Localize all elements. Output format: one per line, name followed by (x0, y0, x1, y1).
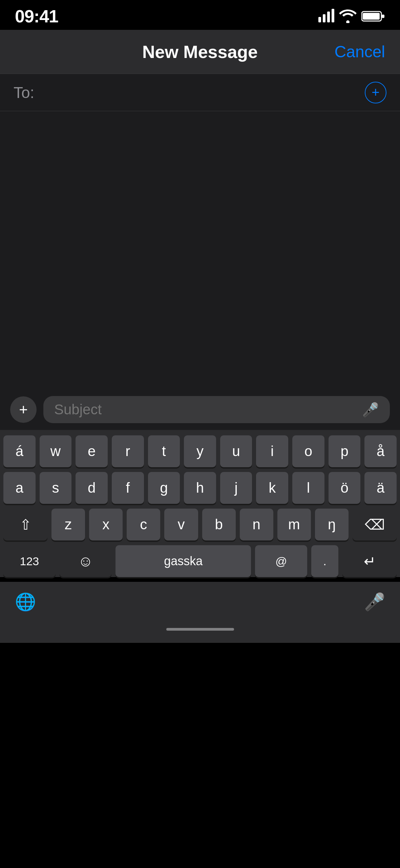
keyboard-row-1: á w e r t y u i o p å (3, 435, 397, 467)
nav-bar: New Message Cancel (0, 30, 400, 74)
key-i[interactable]: i (256, 435, 288, 467)
key-y[interactable]: y (184, 435, 216, 467)
key-o[interactable]: o (292, 435, 324, 467)
emoji-key[interactable]: ☺ (60, 545, 112, 577)
backspace-key[interactable]: ⌫ (353, 509, 397, 540)
nav-title: New Message (142, 42, 258, 62)
wifi-icon (339, 9, 357, 23)
to-input[interactable] (40, 83, 365, 102)
key-o-umlaut[interactable]: ö (329, 472, 361, 504)
key-b[interactable]: b (202, 509, 236, 540)
key-e[interactable]: e (76, 435, 108, 467)
cancel-button[interactable]: Cancel (335, 42, 385, 61)
home-bar (166, 628, 234, 631)
mic-icon[interactable]: 🎤 (362, 402, 379, 418)
keyboard-row-3: ⇧ z x c v b n m ŋ ⌫ (3, 509, 397, 540)
compose-plus-button[interactable]: + (10, 396, 37, 423)
key-w[interactable]: w (40, 435, 72, 467)
key-f[interactable]: f (112, 472, 144, 504)
key-p[interactable]: p (329, 435, 361, 467)
battery-icon (361, 10, 385, 22)
key-u[interactable]: u (220, 435, 252, 467)
svg-rect-1 (363, 13, 380, 20)
status-bar: 09:41 (0, 0, 400, 30)
status-time: 09:41 (15, 6, 58, 26)
key-a-acute[interactable]: á (3, 435, 36, 467)
subject-input[interactable] (54, 401, 362, 418)
period-key[interactable]: . (311, 545, 338, 577)
keyboard: á w e r t y u i o p å a s d f g h j k l … (0, 430, 400, 577)
key-v[interactable]: v (164, 509, 198, 540)
shift-key[interactable]: ⇧ (3, 509, 47, 540)
space-key[interactable]: gasska (115, 545, 251, 577)
key-a-ring[interactable]: å (364, 435, 397, 467)
add-recipient-button[interactable]: + (365, 82, 386, 103)
key-c[interactable]: c (127, 509, 160, 540)
to-field-row: To: + (0, 74, 400, 111)
key-s[interactable]: s (40, 472, 72, 504)
to-label: To: (14, 83, 34, 102)
key-d[interactable]: d (76, 472, 108, 504)
key-m[interactable]: m (277, 509, 311, 540)
keyboard-row-4: 123 ☺ gasska @ . ↵ (3, 545, 397, 577)
keyboard-row-2: a s d f g h j k l ö ä (3, 472, 397, 504)
key-g[interactable]: g (148, 472, 180, 504)
key-k[interactable]: k (256, 472, 288, 504)
plus-icon: + (372, 85, 379, 100)
subject-input-wrap: 🎤 (43, 396, 390, 423)
status-icons (318, 9, 385, 23)
compose-bar: + 🎤 (0, 389, 400, 430)
bottom-bar: 🌐 🎤 (0, 582, 400, 619)
key-x[interactable]: x (89, 509, 123, 540)
key-r[interactable]: r (112, 435, 144, 467)
key-eng[interactable]: ŋ (315, 509, 349, 540)
plus-icon: + (19, 401, 28, 418)
key-j[interactable]: j (220, 472, 252, 504)
svg-rect-2 (382, 15, 384, 18)
numbers-key[interactable]: 123 (3, 545, 56, 577)
signal-icon (318, 10, 334, 22)
key-t[interactable]: t (148, 435, 180, 467)
key-z[interactable]: z (51, 509, 85, 540)
mic-bottom-icon[interactable]: 🎤 (364, 592, 385, 612)
key-a-umlaut[interactable]: ä (364, 472, 397, 504)
return-key[interactable]: ↵ (342, 545, 397, 577)
message-body-area[interactable] (0, 111, 400, 389)
key-a[interactable]: a (3, 472, 36, 504)
home-indicator (0, 619, 400, 643)
key-h[interactable]: h (184, 472, 216, 504)
key-n[interactable]: n (240, 509, 273, 540)
globe-icon[interactable]: 🌐 (15, 592, 36, 612)
key-l[interactable]: l (292, 472, 324, 504)
at-key[interactable]: @ (255, 545, 307, 577)
